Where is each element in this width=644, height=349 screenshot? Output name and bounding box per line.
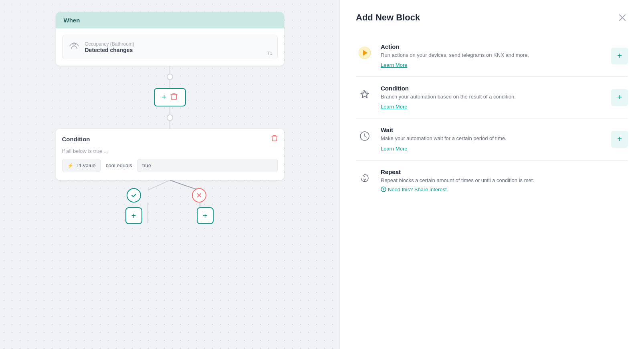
add-trash-icon	[170, 92, 178, 102]
condition-block-name: Condition	[381, 85, 604, 92]
condition-value[interactable]: true	[137, 159, 278, 172]
connector-line-mid	[170, 80, 170, 88]
wait-icon	[356, 127, 373, 145]
connector-top	[167, 66, 173, 88]
branch-add-right-button[interactable]: +	[197, 207, 214, 224]
action-info: Action Run actions on your devices, send…	[381, 43, 604, 68]
add-block-button[interactable]: +	[154, 88, 186, 106]
close-button[interactable]	[617, 12, 628, 23]
when-block: When Occupancy (Bathroom) Detected chang…	[56, 12, 284, 66]
trigger-action-rest: changes	[109, 47, 133, 53]
wait-learn-more[interactable]: Learn More	[381, 146, 407, 152]
branch-true-circle	[127, 188, 141, 203]
condition-header: Condition	[56, 129, 284, 143]
canvas-panel: When Occupancy (Bathroom) Detected chang…	[0, 0, 339, 349]
action-desc: Run actions on your devices, send telegr…	[381, 52, 604, 59]
condition-desc: If all below is true ...	[62, 148, 278, 154]
zap-icon: ⚡	[67, 163, 73, 168]
svg-point-6	[381, 187, 386, 192]
occupancy-icon	[69, 41, 79, 53]
condition-delete-button[interactable]	[271, 134, 278, 143]
action-icon	[356, 44, 373, 62]
condition-block: Condition If all below is true ... ⚡ T1.…	[56, 129, 284, 180]
block-item-action: Action Run actions on your devices, send…	[356, 35, 628, 77]
wait-add-button[interactable]: +	[611, 131, 628, 148]
svg-line-1	[148, 180, 170, 190]
action-learn-more[interactable]: Learn More	[381, 62, 407, 68]
when-label: When	[64, 17, 80, 24]
condition-block-desc: Branch your automation based on the resu…	[381, 93, 604, 100]
condition-block-info: Condition Branch your automation based o…	[381, 85, 604, 110]
condition-row: ⚡ T1.value bool equals true	[62, 159, 278, 172]
condition-variable-chip[interactable]: ⚡ T1.value	[62, 159, 101, 172]
repeat-icon	[356, 169, 373, 187]
trigger-card[interactable]: Occupancy (Bathroom) Detected changes T1	[62, 35, 278, 59]
right-panel-title: Add New Block	[356, 12, 420, 23]
help-icon	[381, 187, 386, 192]
trigger-info: Occupancy (Bathroom) Detected changes	[85, 41, 271, 53]
when-body: Occupancy (Bathroom) Detected changes T1	[56, 28, 284, 66]
action-add-button[interactable]: +	[611, 48, 628, 64]
connector-line-top	[170, 66, 170, 74]
condition-title: Condition	[62, 136, 90, 142]
condition-variable: T1.value	[76, 162, 96, 168]
trigger-device: Occupancy (Bathroom)	[85, 41, 271, 47]
right-panel-header: Add New Block	[356, 12, 628, 23]
trigger-action: Detected changes	[85, 47, 271, 53]
condition-operator: bool equals	[105, 162, 132, 168]
branch-container: + +	[56, 180, 284, 228]
condition-icon	[356, 86, 373, 103]
right-panel: Add New Block Action Run actions on your…	[339, 0, 644, 349]
branch-false-circle	[192, 188, 206, 203]
block-item-wait: Wait Make your automation wait for a cer…	[356, 118, 628, 160]
when-header: When	[56, 12, 284, 28]
trigger-action-bold: Detected	[85, 47, 109, 53]
connector-circle-b	[167, 114, 173, 121]
svg-point-7	[384, 191, 384, 191]
wait-name: Wait	[381, 126, 604, 133]
trigger-tag: T1	[267, 51, 273, 56]
connector-bottom-add	[167, 106, 173, 129]
condition-add-button[interactable]: +	[611, 89, 628, 106]
repeat-info: Repeat Repeat blocks a certain amount of…	[381, 168, 628, 193]
branch-add-left-button[interactable]: +	[125, 207, 142, 224]
add-plus-icon: +	[162, 93, 167, 102]
block-item-repeat: Repeat Repeat blocks a certain amount of…	[356, 160, 628, 201]
wait-info: Wait Make your automation wait for a cer…	[381, 126, 604, 152]
condition-learn-more[interactable]: Learn More	[381, 104, 407, 110]
block-item-condition: Condition Branch your automation based o…	[356, 77, 628, 118]
repeat-desc: Repeat blocks a certain amount of times …	[381, 177, 628, 184]
connector-circle-top	[167, 74, 173, 80]
branch-svg	[56, 180, 284, 228]
wait-desc: Make your automation wait for a certain …	[381, 135, 604, 142]
connector-line-b2	[170, 121, 170, 129]
repeat-name: Repeat	[381, 168, 628, 175]
repeat-need-this[interactable]: Need this? Share interest.	[381, 187, 628, 193]
connector-line-b1	[170, 106, 170, 114]
action-name: Action	[381, 43, 604, 50]
condition-body: If all below is true ... ⚡ T1.value bool…	[56, 143, 284, 180]
